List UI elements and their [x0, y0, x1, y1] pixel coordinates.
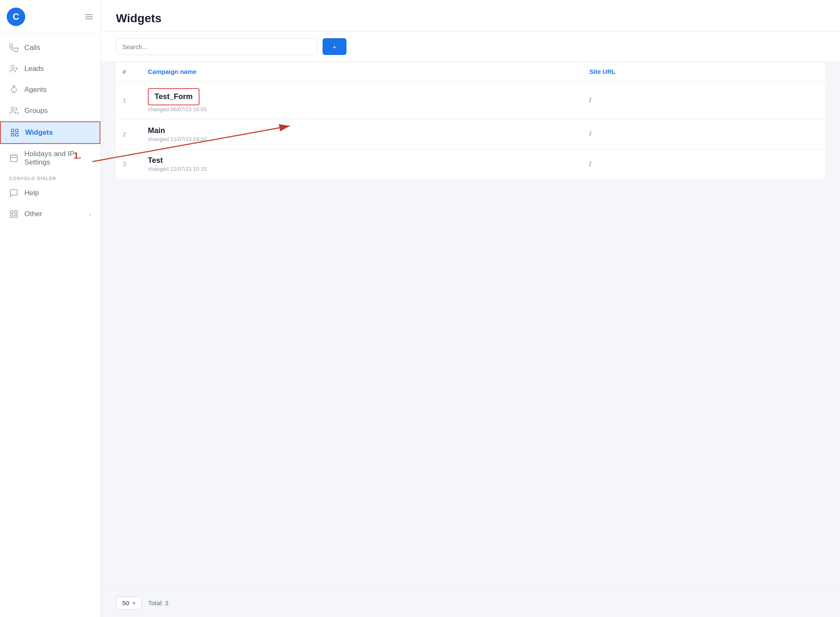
table-container: # Campaign name Site URL 1 Test_Form cha — [101, 62, 840, 588]
table-row[interactable]: 1 Test_Form changed 06/07/23 16:05 / — [116, 81, 825, 120]
page-size-value: 50 — [122, 599, 129, 607]
sidebar-toggle-button[interactable] — [84, 12, 94, 21]
row-siteurl: / — [583, 120, 825, 149]
other-icon — [9, 209, 18, 219]
row-campaign: Main changed 11/07/23 19:10 — [141, 120, 583, 149]
app-logo[interactable]: C — [7, 8, 25, 26]
sidebar-item-leads[interactable]: Leads — [0, 58, 100, 79]
leads-icon — [9, 64, 18, 73]
chevron-down-icon: ▾ — [133, 600, 135, 606]
svg-rect-10 — [11, 133, 14, 136]
table-row[interactable]: 3 Test changed 12/07/23 10:15 / — [116, 149, 825, 179]
main-content: Widgets + # Campaign name Site URL 1 — [101, 0, 840, 617]
table-header: # Campaign name Site URL — [116, 62, 825, 81]
svg-rect-11 — [16, 133, 18, 136]
total-label: Total: 3 — [148, 599, 168, 607]
groups-icon — [9, 106, 18, 115]
sidebar-item-other[interactable]: Other › — [0, 204, 100, 225]
sidebar-nav: Calls Leads — [0, 34, 100, 228]
sidebar-item-calls[interactable]: Calls — [0, 37, 100, 58]
holidays-label: Holidays and IP Settings — [24, 150, 91, 167]
help-label: Help — [24, 189, 39, 197]
calendar-icon — [9, 154, 18, 163]
widgets-table: # Campaign name Site URL 1 Test_Form cha — [116, 62, 825, 179]
leads-label: Leads — [24, 65, 44, 73]
table-row[interactable]: 2 Main changed 11/07/23 19:10 / — [116, 120, 825, 149]
col-header-num: # — [116, 62, 141, 81]
svg-rect-16 — [10, 211, 13, 213]
svg-point-6 — [13, 86, 15, 88]
page-size-select[interactable]: 50 ▾ — [116, 596, 142, 609]
svg-point-3 — [11, 65, 14, 68]
col-header-campaign: Campaign name — [141, 62, 583, 81]
row-num: 3 — [116, 149, 141, 179]
other-arrow-icon: › — [89, 211, 91, 217]
pagination-bar: 50 ▾ Total: 3 — [101, 588, 840, 617]
sidebar: C Calls — [0, 0, 101, 617]
svg-rect-8 — [11, 129, 14, 132]
sidebar-item-holidays[interactable]: Holidays and IP Settings — [0, 144, 100, 173]
agents-icon — [9, 85, 18, 94]
calls-label: Calls — [24, 44, 40, 52]
section-divider-convolo: CONVOLO DIALER — [0, 173, 100, 183]
svg-rect-18 — [10, 215, 13, 217]
col-header-siteurl: Site URL — [583, 62, 825, 81]
row-num: 2 — [116, 120, 141, 149]
row-campaign: Test changed 12/07/23 10:15 — [141, 149, 583, 179]
row-num: 1 — [116, 81, 141, 120]
sidebar-item-help[interactable]: Help — [0, 183, 100, 204]
widgets-label: Widgets — [25, 128, 53, 137]
help-icon — [9, 188, 18, 198]
phone-icon — [9, 43, 18, 52]
svg-rect-17 — [15, 211, 17, 213]
page-header: Widgets — [101, 0, 840, 31]
header-row: # Campaign name Site URL — [116, 62, 825, 81]
agents-label: Agents — [24, 86, 47, 94]
page-title: Widgets — [116, 12, 825, 25]
table-body: 1 Test_Form changed 06/07/23 16:05 / 2 — [116, 81, 825, 179]
svg-rect-12 — [10, 155, 18, 162]
row-campaign: Test_Form changed 06/07/23 16:05 — [141, 81, 583, 120]
svg-point-7 — [11, 107, 14, 110]
other-label: Other — [24, 210, 42, 218]
row-siteurl: / — [583, 81, 825, 120]
svg-rect-0 — [85, 14, 93, 15]
svg-rect-1 — [85, 16, 93, 17]
widgets-icon — [10, 128, 19, 137]
row-siteurl: / — [583, 149, 825, 179]
sidebar-item-groups[interactable]: Groups — [0, 100, 100, 121]
svg-rect-9 — [16, 129, 18, 132]
add-button[interactable]: + — [323, 38, 346, 55]
svg-rect-19 — [15, 215, 17, 217]
sidebar-item-widgets[interactable]: Widgets — [0, 121, 100, 144]
groups-label: Groups — [24, 107, 48, 115]
sidebar-header: C — [0, 0, 100, 34]
sidebar-item-agents[interactable]: Agents — [0, 79, 100, 100]
toolbar: + — [101, 31, 840, 62]
search-input[interactable] — [116, 38, 318, 55]
svg-rect-2 — [85, 18, 93, 19]
